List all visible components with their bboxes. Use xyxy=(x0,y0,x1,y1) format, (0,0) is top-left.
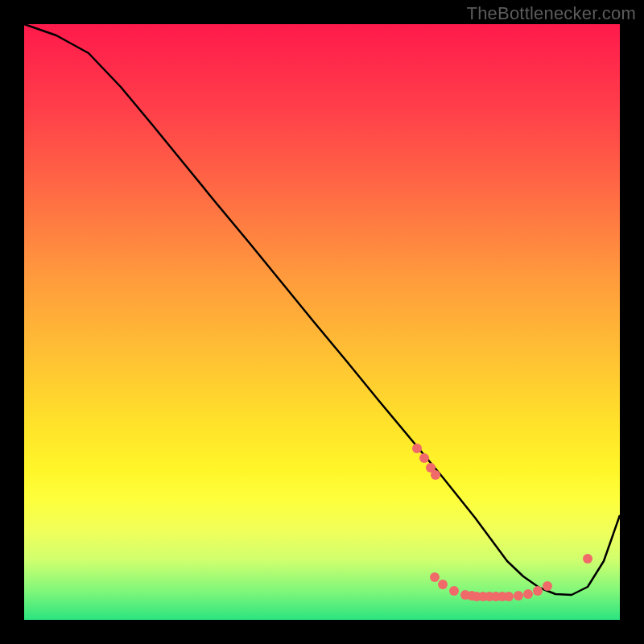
svg-point-3 xyxy=(431,470,440,480)
chart-svg xyxy=(24,24,620,620)
svg-point-14 xyxy=(504,592,514,601)
svg-point-4 xyxy=(430,572,440,582)
watermark-text: TheBottlenecker.com xyxy=(467,3,636,24)
svg-point-1 xyxy=(419,453,429,463)
svg-point-19 xyxy=(583,554,592,564)
svg-point-6 xyxy=(449,586,459,596)
svg-point-17 xyxy=(533,586,543,596)
svg-point-15 xyxy=(514,591,523,601)
svg-point-5 xyxy=(438,580,448,589)
chart-frame: TheBottlenecker.com xyxy=(0,0,644,644)
curve-line xyxy=(24,24,620,595)
svg-point-18 xyxy=(543,581,552,591)
curve-markers xyxy=(412,444,592,601)
svg-point-0 xyxy=(412,444,422,453)
svg-point-16 xyxy=(523,589,533,599)
